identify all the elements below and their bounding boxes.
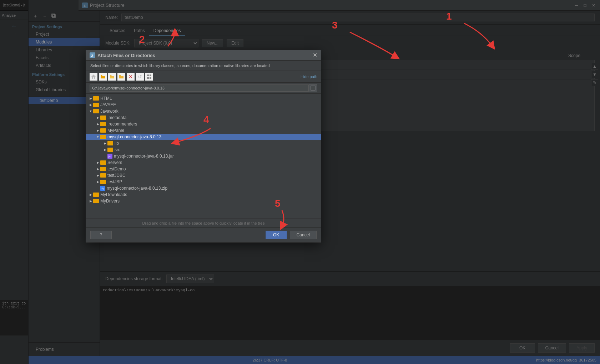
tree-item-label: MyDownloads	[100, 192, 127, 197]
tree-item-testjsp[interactable]: testJSP	[86, 179, 321, 185]
tree-item-label: HTML	[100, 96, 112, 101]
tree-item-javawork[interactable]: Javawork	[86, 108, 321, 114]
tree-item-label: Servers	[107, 160, 122, 165]
tree-item-testjdbc[interactable]: testJDBC	[86, 172, 321, 179]
path-input[interactable]	[90, 84, 309, 92]
folder-icon	[107, 148, 113, 152]
tree-arrow	[95, 166, 100, 171]
hide-path-link[interactable]: Hide path	[301, 75, 317, 79]
tree-arrow	[95, 134, 100, 139]
delete-btn[interactable]: ✕	[127, 73, 135, 81]
tree-item-label: testJDBC	[107, 173, 126, 178]
tree-item-mysql-connector-java-8-0-13[interactable]: mysql-connector-java-8.0.13	[86, 134, 321, 140]
path-bar: ...	[86, 83, 321, 94]
tree-arrow	[88, 96, 93, 101]
folder-icon	[100, 135, 106, 139]
tree-item--recommenders[interactable]: .recommenders	[86, 121, 321, 127]
tree-item-html[interactable]: HTML	[86, 95, 321, 102]
dialog-overlay: S Attach Files or Directories ✕ Select f…	[0, 0, 600, 364]
drag-drop-hint: Drag and drop a file into the space abov…	[86, 219, 321, 227]
expand-btn[interactable]	[145, 73, 153, 81]
open-folder-btn[interactable]	[108, 73, 116, 81]
tree-arrow	[95, 160, 100, 165]
folder-icon	[100, 173, 106, 178]
tree-item-javaee[interactable]: JAVAEE	[86, 102, 321, 108]
folder-icon	[100, 122, 106, 126]
tree-item-label: MyDrivers	[100, 199, 120, 204]
dialog-cancel-btn[interactable]: Cancel	[290, 231, 317, 239]
folder-icon	[93, 193, 99, 197]
svg-rect-11	[150, 77, 151, 79]
tree-item-label: JAVAEE	[100, 102, 116, 107]
dialog-description: Select files or directories in which lib…	[86, 61, 321, 71]
dialog-icon: S	[90, 52, 95, 58]
zip-file-icon: zip	[100, 186, 105, 191]
folder-icon	[93, 96, 99, 101]
dialog-close-btn[interactable]: ✕	[313, 52, 317, 58]
tree-item-label: testDemo	[107, 166, 126, 171]
tree-arrow	[95, 115, 100, 120]
tree-arrow	[88, 192, 93, 197]
tree-item-label: mysql-connector-java-8.0.13.zip	[107, 186, 167, 191]
svg-text:...: ...	[312, 86, 314, 90]
svg-marker-6	[91, 75, 96, 79]
svg-rect-8	[147, 75, 149, 76]
tree-item-label: testJSP	[107, 179, 122, 184]
dialog-footer: ? OK Cancel	[86, 227, 321, 242]
folder-icon	[100, 167, 106, 171]
tree-arrow	[95, 179, 100, 184]
folder-icon	[93, 103, 99, 107]
folder-icon	[93, 199, 99, 203]
tree-item-label: mysql-connector-java-8.0.13.jar	[114, 154, 174, 159]
folder-icon	[100, 160, 106, 165]
tree-arrow	[102, 147, 107, 152]
folder-icon	[93, 109, 99, 113]
tree-item-label: mysql-connector-java-8.0.13	[107, 134, 161, 139]
home-btn[interactable]	[90, 73, 97, 81]
help-btn[interactable]: ?	[90, 231, 112, 239]
folder-icon	[107, 141, 113, 145]
tree-arrow	[88, 109, 93, 114]
tree-arrow	[95, 128, 100, 133]
svg-text:S: S	[91, 53, 93, 57]
tree-arrow	[88, 199, 93, 204]
dialog-toolbar: ↑ ✕ ↺ Hide path	[86, 71, 321, 83]
folder-icon	[100, 128, 106, 133]
tree-arrow	[102, 154, 107, 159]
tree-arrow	[95, 173, 100, 178]
dialog-title: Attach Files or Directories	[97, 53, 313, 58]
tree-item-mypanel[interactable]: MyPanel	[86, 127, 321, 134]
path-browse-btn[interactable]: ...	[309, 84, 317, 92]
tree-item-lib[interactable]: lib	[86, 140, 321, 147]
tree-item-mydrivers[interactable]: MyDrivers	[86, 198, 321, 204]
tree-item-src[interactable]: src	[86, 147, 321, 153]
tree-item-mydownloads[interactable]: MyDownloads	[86, 191, 321, 198]
tree-arrow	[102, 141, 107, 146]
svg-rect-10	[147, 77, 149, 79]
file-tree[interactable]: HTMLJAVAEEJavawork.metadata.recommenders…	[86, 94, 321, 219]
dialog-ok-btn[interactable]: OK	[266, 231, 287, 239]
folder-icon	[100, 116, 106, 120]
folder-icon	[100, 180, 106, 184]
tree-item-mysql-connector-java-8-0-13-jar[interactable]: jarmysql-connector-java-8.0.13.jar	[86, 153, 321, 159]
tree-item-label: .metadata	[107, 115, 126, 120]
dialog-title-bar: S Attach Files or Directories ✕	[86, 50, 321, 61]
refresh-btn[interactable]: ↺	[136, 73, 144, 81]
tree-item-label: MyPanel	[107, 128, 124, 133]
attach-files-dialog: S Attach Files or Directories ✕ Select f…	[86, 50, 321, 242]
tree-item-label: .recommenders	[107, 122, 137, 127]
tree-arrow	[95, 122, 100, 127]
jar-file-icon: jar	[107, 154, 112, 159]
tree-item-mysql-connector-java-8-0-13-zip[interactable]: zipmysql-connector-java-8.0.13.zip	[86, 185, 321, 191]
tree-item-servers[interactable]: Servers	[86, 159, 321, 166]
new-folder-btn[interactable]	[99, 73, 107, 81]
tree-item-label: src	[115, 147, 120, 152]
tree-arrow	[95, 186, 100, 191]
tree-item-testdemo[interactable]: testDemo	[86, 166, 321, 172]
svg-text:↑: ↑	[120, 76, 122, 79]
tree-item-label: Javawork	[100, 109, 119, 114]
parent-folder-btn[interactable]: ↑	[117, 73, 125, 81]
svg-rect-9	[150, 75, 151, 76]
tree-item-label: lib	[115, 141, 119, 146]
tree-item--metadata[interactable]: .metadata	[86, 114, 321, 121]
